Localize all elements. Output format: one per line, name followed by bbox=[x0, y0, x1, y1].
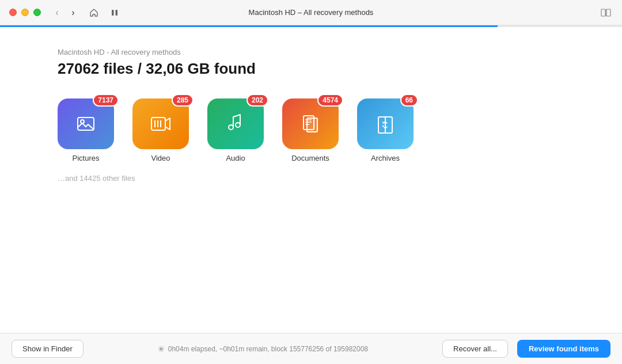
audio-label: Audio bbox=[226, 154, 245, 162]
window-title: Macintosh HD – All recovery methods bbox=[249, 8, 374, 17]
document-icon bbox=[298, 111, 323, 136]
found-title: 27062 files / 32,06 GB found bbox=[58, 60, 564, 78]
archives-badge: 66 bbox=[400, 94, 418, 107]
video-card-wrapper: 285 bbox=[132, 98, 189, 149]
svg-rect-2 bbox=[601, 9, 605, 16]
pictures-label: Pictures bbox=[73, 154, 100, 162]
svg-rect-3 bbox=[606, 9, 610, 16]
categories-row: 7137 Pictures 285 Video bbox=[58, 98, 564, 162]
category-documents[interactable]: 4574 Documents bbox=[282, 98, 339, 162]
bottom-bar: Show in Finder ✳ 0h04m elapsed, ~0h01m r… bbox=[0, 333, 622, 364]
breadcrumb: Macintosh HD - All recovery methods bbox=[58, 48, 564, 56]
svg-rect-0 bbox=[112, 10, 114, 16]
review-found-items-button[interactable]: Review found items bbox=[517, 340, 610, 358]
archive-icon bbox=[373, 111, 398, 136]
audio-card-wrapper: 202 bbox=[207, 98, 264, 149]
category-pictures[interactable]: 7137 Pictures bbox=[58, 98, 114, 162]
show-in-finder-button[interactable]: Show in Finder bbox=[12, 340, 84, 358]
back-button[interactable]: ‹ bbox=[50, 6, 64, 20]
svg-point-11 bbox=[229, 125, 233, 130]
pictures-card-wrapper: 7137 bbox=[58, 98, 114, 149]
main-content: Macintosh HD - All recovery methods 2706… bbox=[0, 27, 622, 203]
pictures-badge: 7137 bbox=[93, 94, 119, 107]
close-button[interactable] bbox=[9, 9, 17, 16]
video-icon bbox=[148, 111, 173, 136]
category-archives[interactable]: 66 Archives bbox=[357, 98, 414, 162]
recover-all-button[interactable]: Recover all... bbox=[442, 340, 508, 358]
documents-card-wrapper: 4574 bbox=[282, 98, 339, 149]
archives-card-wrapper: 66 bbox=[357, 98, 414, 149]
svg-rect-5 bbox=[78, 117, 94, 130]
help-button[interactable] bbox=[599, 6, 613, 20]
nav-buttons: ‹ › bbox=[50, 6, 80, 20]
archives-label: Archives bbox=[371, 154, 400, 162]
minimize-button[interactable] bbox=[21, 9, 29, 16]
status-area: ✳ 0h04m elapsed, ~0h01m remain, block 15… bbox=[93, 344, 433, 354]
maximize-button[interactable] bbox=[33, 9, 41, 16]
audio-badge: 202 bbox=[246, 94, 268, 107]
titlebar: ‹ › Macintosh HD – All recovery methods bbox=[0, 0, 622, 25]
svg-rect-1 bbox=[116, 10, 118, 16]
documents-badge: 4574 bbox=[317, 94, 343, 107]
pause-button[interactable] bbox=[108, 6, 122, 20]
traffic-lights bbox=[9, 9, 41, 16]
status-text: 0h04m elapsed, ~0h01m remain, block 1557… bbox=[168, 345, 368, 353]
spinner-icon: ✳ bbox=[158, 344, 165, 354]
video-label: Video bbox=[151, 154, 170, 162]
audio-icon bbox=[223, 111, 248, 136]
svg-point-12 bbox=[236, 123, 240, 127]
video-badge: 285 bbox=[172, 94, 194, 107]
category-video[interactable]: 285 Video bbox=[132, 98, 189, 162]
image-icon bbox=[73, 111, 98, 136]
forward-button[interactable]: › bbox=[66, 6, 80, 20]
other-files-text: …and 14425 other files bbox=[58, 174, 564, 183]
documents-label: Documents bbox=[291, 154, 329, 162]
home-button[interactable] bbox=[87, 6, 101, 20]
category-audio[interactable]: 202 Audio bbox=[207, 98, 264, 162]
